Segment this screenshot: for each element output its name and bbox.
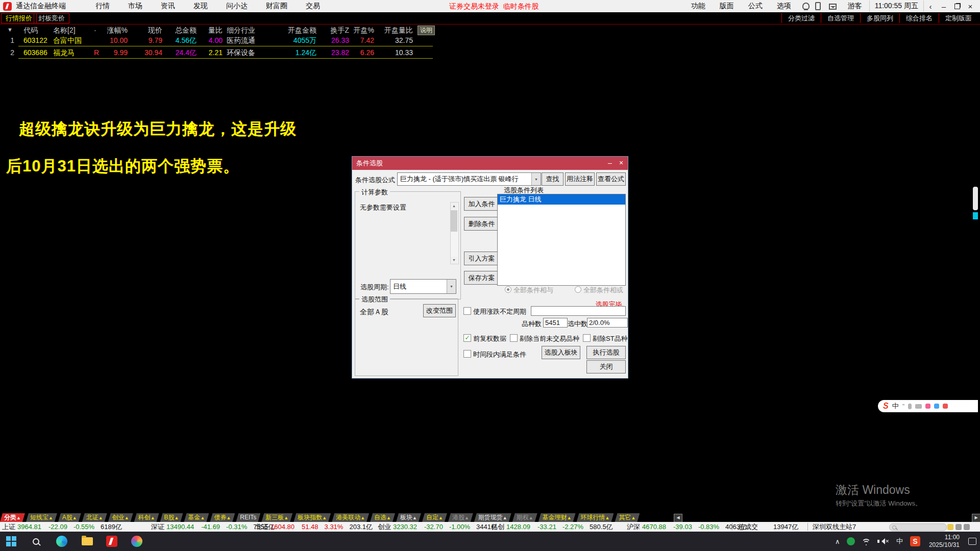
column-header[interactable]: 涨幅% (101, 24, 128, 36)
tool-watchlist-manage[interactable]: 自选管理 (821, 13, 860, 23)
scrollbar-marker[interactable] (973, 212, 978, 219)
volume-muted-icon[interactable]: ✕ (877, 538, 889, 544)
menu-gongshi[interactable]: 公式 (741, 2, 770, 11)
wifi-icon[interactable] (862, 538, 870, 544)
chevron-down-icon[interactable]: ▼ (447, 280, 456, 293)
market-tab-港美联动[interactable]: 港美联动▲ (332, 513, 369, 522)
table-cell[interactable]: 9.79 (131, 35, 162, 46)
execute-select-button[interactable]: 执行选股 (586, 346, 626, 359)
table-cell[interactable]: 30.94 (131, 47, 162, 58)
table-cell[interactable]: 合富中国 (53, 35, 94, 46)
table-cell[interactable]: 2.21 (199, 47, 223, 58)
menu-wenxiaoda[interactable]: 问小达 (217, 2, 257, 11)
table-cell[interactable]: 医药流通 (227, 35, 278, 46)
table-cell[interactable]: 9.99 (101, 47, 128, 58)
column-header[interactable]: 代码 (23, 24, 52, 36)
market-tab-自选[interactable]: 自选▲ (370, 513, 395, 522)
market-tab-债券[interactable]: 债券▲ (210, 513, 235, 522)
menu-hangqing[interactable]: 行情 (86, 2, 119, 11)
tab-scroll-left-icon[interactable]: ◀ (674, 514, 682, 522)
market-tab-期权[interactable]: 期权▲ (512, 513, 537, 522)
sogou-logo-icon[interactable]: S (883, 402, 889, 411)
tab-quote-report[interactable]: 行情报价 (1, 13, 37, 23)
close-dialog-button[interactable]: 关闭 (586, 360, 626, 373)
market-tab-A股[interactable]: A股▲ (58, 513, 81, 522)
table-cell[interactable]: 10.00 (101, 35, 128, 46)
row-index[interactable]: 1 (0, 35, 14, 46)
market-tab-期货现货[interactable]: 期货现货▲ (474, 513, 511, 522)
market-tab-短线宝[interactable]: 短线宝▲ (26, 513, 57, 522)
table-cell[interactable]: 26.33 (321, 35, 349, 46)
table-cell[interactable]: 福龙马 (53, 47, 94, 58)
punctuation-icon[interactable]: ” (902, 403, 904, 410)
menu-jiaoyi[interactable]: 交易 (297, 2, 329, 11)
table-cell[interactable]: 603686 (23, 47, 52, 58)
find-button[interactable]: 查找 (542, 172, 564, 186)
market-tab-港股[interactable]: 港股▲ (448, 513, 473, 522)
index-segment-科创[interactable]: 科创1428.09-33.21-2.27%580.5亿 (491, 522, 613, 532)
tab-fengban-auction[interactable]: 封板竞价 (34, 13, 69, 23)
column-header[interactable]: 现价 (131, 24, 162, 36)
table-cell[interactable]: 24.4亿 (164, 47, 197, 58)
checkbox-time-range[interactable] (463, 350, 471, 358)
dialog-titlebar[interactable]: 条件选股 – × (352, 157, 628, 170)
market-tab-北证[interactable]: 北证▲ (82, 513, 107, 522)
row-index[interactable]: 2 (0, 47, 14, 58)
view-formula-button[interactable]: 查看公式 (596, 172, 626, 186)
menu-shichang[interactable]: 市场 (119, 2, 152, 11)
market-tab-创业[interactable]: 创业▲ (108, 513, 133, 522)
add-condition-button[interactable]: 加入条件 (464, 197, 499, 211)
taskbar-search-icon[interactable] (30, 535, 42, 547)
index-segment-上证[interactable]: 上证3964.81-22.09-0.55%6189亿 (2, 522, 122, 532)
market-tab-新三板[interactable]: 新三板▲ (261, 513, 292, 522)
mobile-app-icon[interactable] (815, 2, 821, 10)
restore-button[interactable] (950, 2, 964, 11)
market-tab-自定[interactable]: 自定▲ (422, 513, 447, 522)
scrollbar-thumb[interactable] (973, 187, 978, 210)
table-cell[interactable]: 23.82 (321, 47, 349, 58)
formula-combobox[interactable]: 巨力擒龙 - (适于强市)慎买连出票 银峰行 ▼ (397, 172, 541, 186)
tool-composite-rank[interactable]: 综合排名 (899, 13, 939, 23)
scroll-down-icon[interactable]: ▼ (451, 257, 457, 264)
server-name[interactable]: 深圳双线主站7 (813, 522, 856, 532)
checkbox-forward-adjust[interactable]: ✓ (463, 334, 471, 342)
user-label[interactable]: 游客 (841, 2, 869, 11)
tab-scroll-right-icon[interactable]: ▶ (972, 514, 980, 522)
user-status-icon[interactable] (964, 524, 970, 530)
help-badge[interactable]: 说明 (418, 26, 435, 35)
save-plan-button[interactable]: 保存方案 (464, 271, 499, 285)
checkbox-exclude-st[interactable] (583, 334, 591, 342)
tool-multi-stock[interactable]: 多股同列 (860, 13, 899, 23)
market-tab-分类[interactable]: 分类▲ (0, 513, 25, 522)
menu-xuanxiang[interactable]: 选项 (770, 2, 798, 11)
radio-all-and[interactable] (505, 286, 511, 293)
menu-caifuquan[interactable]: 财富圈 (257, 2, 297, 11)
column-header[interactable]: 换手Z (321, 24, 349, 36)
hit-field[interactable]: 2/0.0% (587, 318, 628, 328)
condition-listbox[interactable]: 巨力擒龙 日线 (497, 194, 626, 286)
table-cell[interactable]: 1.24亿 (279, 47, 316, 58)
column-header[interactable]: 细分行业 (227, 24, 278, 36)
table-cell[interactable]: 603122 (23, 35, 52, 46)
market-tab-科创[interactable]: 科创▲ (134, 513, 159, 522)
ime-mode-indicator[interactable]: 中 (892, 402, 899, 411)
back-icon[interactable]: ‹ (924, 2, 937, 11)
table-cell[interactable]: 10.33 (376, 47, 413, 58)
radio-all-or[interactable] (575, 286, 581, 293)
column-header[interactable]: 总金额 (164, 24, 197, 36)
table-cell[interactable]: 4.00 (199, 35, 223, 46)
table-cell[interactable]: 4.56亿 (164, 35, 197, 46)
dialog-close-icon[interactable]: × (616, 157, 627, 170)
table-cell[interactable]: 32.75 (376, 35, 413, 46)
remove-condition-button[interactable]: 删除条件 (464, 217, 499, 231)
file-explorer-icon[interactable] (81, 535, 93, 547)
import-plan-button[interactable]: 引入方案 (464, 252, 499, 265)
market-tab-板块指数[interactable]: 板块指数▲ (293, 513, 331, 522)
microphone-icon[interactable] (908, 404, 912, 409)
updown-input[interactable] (531, 306, 626, 316)
feedback-icon[interactable] (943, 404, 948, 409)
skin-icon[interactable] (925, 404, 930, 409)
toolbox-icon[interactable] (934, 404, 939, 409)
browser-app-icon[interactable] (131, 535, 143, 547)
checkbox-updown-period[interactable] (463, 307, 471, 315)
